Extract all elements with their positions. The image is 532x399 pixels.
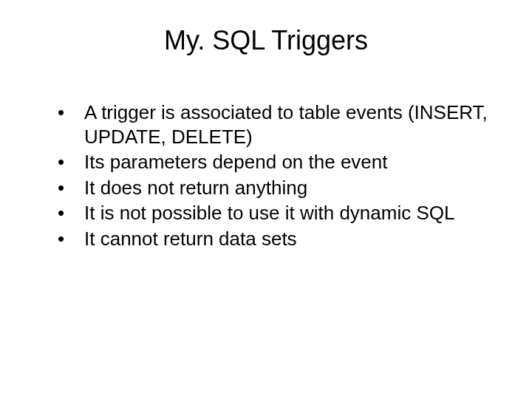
bullet-list: A trigger is associated to table events … [44, 100, 488, 250]
slide-title: My. SQL Triggers [44, 25, 488, 56]
bullet-item: It does not return anything [58, 176, 488, 200]
bullet-item: A trigger is associated to table events … [58, 100, 488, 149]
bullet-item: Its parameters depend on the event [58, 150, 488, 174]
bullet-item: It cannot return data sets [58, 227, 488, 251]
bullet-item: It is not possible to use it with dynami… [58, 201, 488, 225]
